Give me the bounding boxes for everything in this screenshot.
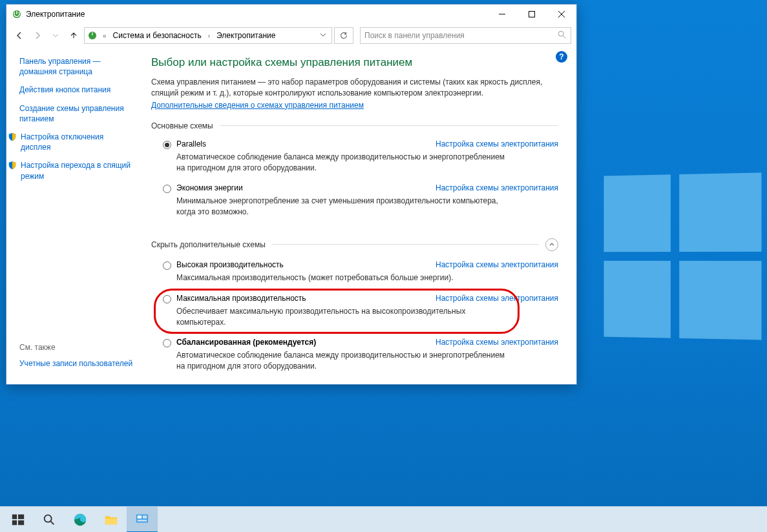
plan-description: Максимальная производительность (может п… [176, 272, 512, 283]
power-options-icon [87, 30, 98, 41]
plan-parallels: Parallels Настройка схемы электропитания… [151, 138, 558, 183]
plan-name[interactable]: Максимальная производительность [176, 294, 306, 303]
page-heading: Выбор или настройка схемы управления пит… [151, 56, 558, 69]
plan-radio[interactable] [163, 261, 171, 270]
plan-radio[interactable] [163, 295, 171, 303]
svg-rect-1 [529, 12, 535, 17]
search-button[interactable] [34, 507, 65, 533]
window-title: Электропитание [26, 10, 487, 19]
plan-description: Минимальное энергопотребление за счет ум… [176, 196, 512, 218]
breadcrumb-system-security[interactable]: Система и безопасность [110, 30, 204, 41]
svg-rect-6 [12, 520, 17, 524]
plan-radio[interactable] [163, 141, 171, 149]
additional-plans-header[interactable]: Скрыть дополнительные схемы [151, 238, 558, 251]
taskbar[interactable] [0, 506, 767, 532]
plan-name[interactable]: Экономия энергии [176, 183, 243, 192]
shield-icon [8, 132, 17, 141]
sleep-settings-link[interactable]: Настройка перехода в спящий режим [21, 160, 134, 181]
refresh-button[interactable] [334, 27, 353, 44]
section-title: Скрыть дополнительные схемы [151, 240, 266, 249]
svg-point-3 [558, 31, 563, 36]
recent-dropdown[interactable] [48, 28, 63, 43]
plan-power-saver: Экономия энергии Настройка схемы электро… [151, 182, 558, 227]
svg-rect-12 [138, 515, 142, 518]
change-plan-settings-link[interactable]: Настройка схемы электропитания [436, 338, 558, 347]
page-description: Схема управления питанием — это набор па… [151, 77, 558, 99]
see-also-label: См. также [19, 343, 134, 352]
search-icon[interactable] [558, 30, 567, 41]
maximize-button[interactable] [517, 5, 547, 24]
content-area: ? Выбор или настройка схемы управления п… [142, 47, 576, 384]
breadcrumb-prev-icon[interactable]: « [100, 32, 109, 39]
navbar: « Система и безопасность › Электропитани… [6, 24, 576, 47]
change-plan-settings-link[interactable]: Настройка схемы электропитания [436, 294, 558, 303]
titlebar: Электропитание [6, 5, 576, 24]
change-plan-settings-link[interactable]: Настройка схемы электропитания [436, 139, 558, 148]
create-power-plan-link[interactable]: Создание схемы управления питанием [19, 103, 134, 124]
change-plan-settings-link[interactable]: Настройка схемы электропитания [436, 183, 558, 192]
plan-name[interactable]: Parallels [176, 139, 206, 148]
collapse-button[interactable] [545, 238, 558, 251]
breadcrumb[interactable]: « Система и безопасность › Электропитани… [84, 27, 332, 44]
sidebar: Панель управления — домашняя страница Де… [6, 47, 142, 384]
control-panel-taskbar-button[interactable] [127, 507, 158, 533]
svg-rect-10 [105, 518, 117, 524]
svg-rect-4 [12, 514, 17, 518]
plan-balanced: Сбалансированная (рекомендуется) Настрой… [151, 336, 558, 381]
plan-ultimate-performance: Максимальная производительность Настройк… [151, 292, 558, 337]
edge-browser-button[interactable] [65, 507, 96, 533]
start-button[interactable] [3, 507, 34, 533]
power-options-icon [12, 9, 22, 19]
plan-name[interactable]: Сбалансированная (рекомендуется) [176, 338, 316, 347]
file-explorer-button[interactable] [96, 507, 127, 533]
plan-radio[interactable] [163, 185, 171, 193]
plan-description: Обеспечивает максимальную производительн… [176, 306, 512, 328]
plan-description: Автоматическое соблюдение баланса между … [176, 152, 512, 174]
close-button[interactable] [547, 5, 576, 24]
svg-rect-5 [18, 514, 24, 518]
control-panel-window: Электропитание « Система и безопасность … [6, 4, 577, 385]
up-button[interactable] [66, 28, 81, 43]
forward-button[interactable] [30, 28, 45, 43]
search-box[interactable] [360, 27, 571, 44]
shield-icon [8, 161, 17, 170]
breadcrumb-power-options[interactable]: Электропитание [214, 30, 278, 41]
preferred-plans-header: Основные схемы [151, 121, 558, 130]
svg-point-8 [45, 515, 52, 522]
display-off-settings-link[interactable]: Настройка отключения дисплея [21, 132, 134, 152]
change-plan-settings-link[interactable]: Настройка схемы электропитания [436, 260, 558, 269]
svg-rect-14 [138, 519, 147, 521]
power-button-actions-link[interactable]: Действия кнопок питания [19, 85, 134, 95]
breadcrumb-dropdown[interactable] [315, 31, 331, 40]
search-input[interactable] [364, 31, 558, 40]
learn-more-link[interactable]: Дополнительные сведения о схемах управле… [151, 101, 364, 110]
minimize-button[interactable] [487, 5, 517, 24]
control-panel-home-link[interactable]: Панель управления — домашняя страница [19, 56, 134, 77]
desktop-windows-logo [604, 172, 765, 343]
help-icon[interactable]: ? [556, 51, 567, 63]
svg-rect-7 [18, 520, 24, 524]
plan-high-performance: Высокая производительность Настройка схе… [151, 259, 558, 292]
section-title: Основные схемы [151, 121, 213, 130]
plan-radio[interactable] [163, 339, 171, 347]
svg-rect-13 [143, 515, 147, 518]
user-accounts-link[interactable]: Учетные записи пользователей [19, 358, 134, 369]
plan-description: Автоматическое соблюдение баланса между … [176, 350, 512, 372]
chevron-right-icon: › [205, 32, 213, 39]
plan-name[interactable]: Высокая производительность [176, 260, 284, 269]
back-button[interactable] [12, 28, 27, 43]
